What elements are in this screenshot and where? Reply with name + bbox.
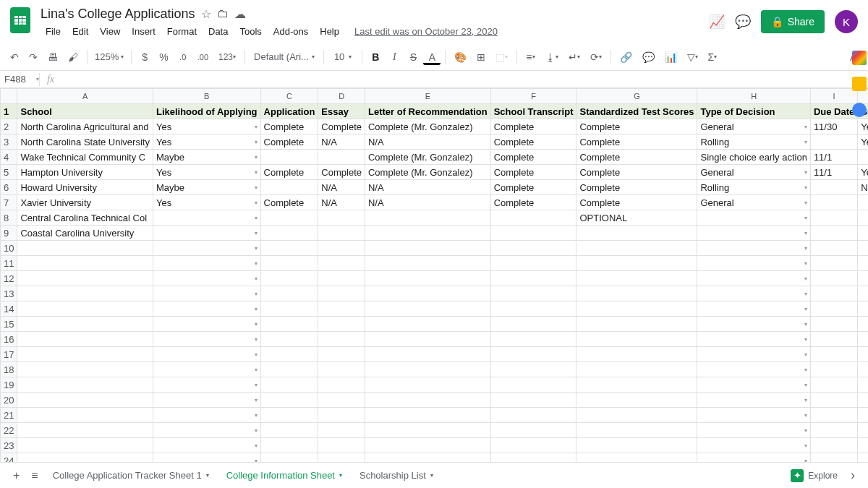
last-edit-link[interactable]: Last edit was on October 23, 2020 xyxy=(354,26,498,37)
cell[interactable]: ▾ xyxy=(697,438,810,453)
cell[interactable] xyxy=(318,256,365,271)
dropdown-arrow-icon[interactable]: ▾ xyxy=(804,139,807,145)
cell[interactable]: N/A xyxy=(365,180,490,195)
cell[interactable]: ▾ xyxy=(153,377,260,393)
cell[interactable]: ▾ xyxy=(858,347,868,362)
dropdown-arrow-icon[interactable]: ▾ xyxy=(804,442,807,449)
cell[interactable]: Application xyxy=(260,104,318,119)
cell[interactable]: Complete xyxy=(260,165,318,180)
menu-data[interactable]: Data xyxy=(203,23,233,40)
cell[interactable]: ▾ xyxy=(697,256,810,271)
dropdown-arrow-icon[interactable]: ▾ xyxy=(255,200,258,206)
cell[interactable]: ▾ xyxy=(153,408,260,423)
row-header[interactable]: 14 xyxy=(1,301,17,317)
menu-file[interactable]: File xyxy=(41,23,66,40)
move-icon[interactable]: 🗀 xyxy=(217,7,229,20)
cell[interactable]: General▾ xyxy=(697,165,810,180)
cell[interactable] xyxy=(490,317,576,332)
dropdown-arrow-icon[interactable]: ▾ xyxy=(804,184,807,191)
cell[interactable]: Type of Decision xyxy=(697,104,810,119)
cell[interactable]: N/A xyxy=(318,180,365,195)
cell[interactable] xyxy=(17,408,153,423)
chevron-down-icon[interactable]: ▾ xyxy=(339,472,342,479)
cell[interactable] xyxy=(490,393,576,408)
cell[interactable] xyxy=(260,362,318,377)
add-sheet-button[interactable]: + xyxy=(7,465,25,487)
row-header[interactable]: 13 xyxy=(1,286,17,301)
cell[interactable]: ▾ xyxy=(858,301,868,317)
cell[interactable] xyxy=(810,195,857,210)
cell[interactable] xyxy=(810,317,857,332)
cell[interactable]: Complete xyxy=(490,180,576,195)
cell[interactable]: Xavier University xyxy=(17,195,153,210)
cell[interactable] xyxy=(490,438,576,453)
cell[interactable]: 11/1 xyxy=(810,150,857,165)
cell[interactable] xyxy=(318,438,365,453)
cell[interactable]: Yes▾ xyxy=(153,195,260,210)
cell[interactable] xyxy=(260,377,318,393)
cell[interactable]: Complete xyxy=(490,134,576,150)
dropdown-arrow-icon[interactable]: ▾ xyxy=(804,367,807,373)
dropdown-arrow-icon[interactable]: ▾ xyxy=(255,397,258,403)
col-header[interactable]: A xyxy=(17,89,153,104)
dropdown-arrow-icon[interactable]: ▾ xyxy=(255,321,258,328)
h-align-button[interactable]: ≡▾ xyxy=(522,48,539,66)
cell[interactable] xyxy=(318,286,365,301)
cell[interactable] xyxy=(490,256,576,271)
decrease-decimal-button[interactable]: .0 xyxy=(174,50,192,64)
cell[interactable] xyxy=(365,332,490,347)
cell[interactable] xyxy=(260,271,318,286)
cell[interactable] xyxy=(365,210,490,226)
cell[interactable] xyxy=(576,408,697,423)
cell[interactable]: ▾ xyxy=(697,241,810,256)
cell[interactable] xyxy=(318,271,365,286)
row-header[interactable]: 7 xyxy=(1,195,17,210)
dropdown-arrow-icon[interactable]: ▾ xyxy=(255,169,258,176)
dropdown-arrow-icon[interactable]: ▾ xyxy=(255,367,258,373)
cell[interactable]: Yes▾ xyxy=(153,119,260,134)
cell[interactable] xyxy=(365,226,490,241)
dropdown-arrow-icon[interactable]: ▾ xyxy=(804,200,807,206)
menu-insert[interactable]: Insert xyxy=(127,23,161,40)
cell[interactable] xyxy=(318,393,365,408)
cell[interactable] xyxy=(318,150,365,165)
cell[interactable]: ▾ xyxy=(153,210,260,226)
col-header[interactable]: B xyxy=(153,89,260,104)
cell[interactable] xyxy=(810,241,857,256)
italic-button[interactable]: I xyxy=(386,48,403,66)
dropdown-arrow-icon[interactable]: ▾ xyxy=(804,382,807,388)
cell[interactable]: North Carolina State University xyxy=(17,134,153,150)
row-header[interactable]: 1 xyxy=(1,104,17,119)
filter-button[interactable]: ▽▾ xyxy=(683,48,702,66)
cell[interactable] xyxy=(260,347,318,362)
cell[interactable] xyxy=(810,408,857,423)
comment-button[interactable]: 💬 xyxy=(638,48,659,66)
cell[interactable] xyxy=(17,332,153,347)
currency-button[interactable]: $ xyxy=(136,48,153,66)
explore-button[interactable]: ✦ Explore xyxy=(783,465,845,487)
cell[interactable]: Single choice early action▾ xyxy=(697,150,810,165)
cell[interactable] xyxy=(318,210,365,226)
row-header[interactable]: 22 xyxy=(1,423,17,438)
cell[interactable] xyxy=(318,377,365,393)
cell[interactable]: N/A xyxy=(365,195,490,210)
link-button[interactable]: 🔗 xyxy=(616,48,637,66)
cell[interactable] xyxy=(318,241,365,256)
bold-button[interactable]: B xyxy=(367,48,384,66)
menu-view[interactable]: View xyxy=(95,23,125,40)
dropdown-arrow-icon[interactable]: ▾ xyxy=(804,260,807,267)
share-button[interactable]: 🔒Share xyxy=(761,10,825,33)
cell[interactable] xyxy=(576,301,697,317)
dropdown-arrow-icon[interactable]: ▾ xyxy=(804,291,807,297)
cell[interactable]: Howard University xyxy=(17,180,153,195)
col-header[interactable]: C xyxy=(260,89,318,104)
menu-tools[interactable]: Tools xyxy=(234,23,266,40)
dropdown-arrow-icon[interactable]: ▾ xyxy=(255,230,258,236)
comment-history-icon[interactable]: 💬 xyxy=(735,14,751,30)
cell[interactable]: ▾ xyxy=(697,393,810,408)
cell[interactable]: Complete (Mr. Gonzalez) xyxy=(365,119,490,134)
row-header[interactable]: 17 xyxy=(1,347,17,362)
cell[interactable] xyxy=(810,271,857,286)
cell[interactable] xyxy=(17,241,153,256)
cell[interactable]: ▾ xyxy=(153,332,260,347)
